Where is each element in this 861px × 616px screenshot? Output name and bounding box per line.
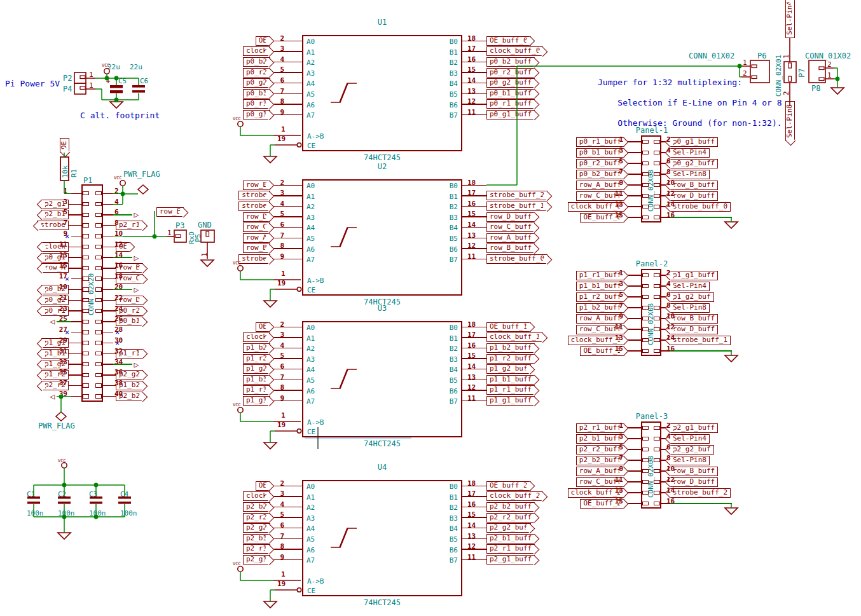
decoupling-cap[interactable]: C4 100n (120, 487, 151, 517)
net-label[interactable]: p0_b1 (243, 89, 270, 99)
net-label[interactable]: p2_r2 (243, 513, 270, 523)
net-label[interactable]: clock (243, 491, 270, 501)
net-label[interactable]: strobe_buff_2 (670, 488, 731, 498)
net-label[interactable]: row_B_buff (670, 314, 718, 324)
net-label[interactable]: p0_g1 (243, 110, 270, 120)
net-label[interactable]: p2_b1_buff (576, 434, 624, 444)
net-label[interactable]: OE_buff_1 (486, 322, 531, 332)
net-label[interactable]: strobe_buff_0 (486, 254, 548, 264)
net-label-sel-pin4[interactable]: Sel-Pin4 (785, 0, 795, 38)
net-label[interactable]: clock_buff_1 (486, 332, 543, 342)
net-label[interactable]: p1_r2_buff (576, 292, 624, 302)
net-label[interactable]: OE (256, 322, 270, 332)
panel-1-connector[interactable]: Panel-1 CONN_02X08 p0_r1_buff 1 p0_b1_bu… (568, 127, 736, 236)
net-label[interactable]: Sel-Pin8 (670, 456, 710, 465)
net-label[interactable]: row_D_buff (670, 325, 718, 334)
panel-3-body[interactable]: CONN_02X08 (641, 421, 661, 509)
panel-1-body[interactable]: CONN_02X08 (641, 135, 661, 222)
net-label[interactable]: row_B_buff (670, 181, 718, 190)
net-label[interactable]: p0_b2_buff (576, 170, 624, 179)
u2-body[interactable]: A0A1A2A3A4A5A6A7 B0B1B2B3B4B5B6B7 A->B C… (302, 179, 462, 296)
net-label[interactable]: p0_r1_buff (576, 137, 624, 147)
decoupling-cap[interactable]: C3 100n (89, 487, 120, 517)
net-label[interactable]: p1_g1_buff (670, 271, 718, 280)
net-label[interactable]: p1_g2_buf (486, 364, 531, 374)
net-label[interactable]: p2_b1_buff (486, 534, 535, 544)
net-label[interactable]: clock (243, 46, 270, 56)
net-label[interactable]: row_A_buff (576, 467, 624, 476)
net-label[interactable]: p2_b2_buff (486, 502, 535, 512)
net-label[interactable]: OE_buff_2 (486, 481, 531, 491)
net-label[interactable]: row_A (243, 233, 270, 243)
net-label[interactable]: OE (256, 481, 270, 491)
net-label[interactable]: p2_b1 (243, 534, 270, 544)
net-label[interactable]: p1_r2 (243, 354, 270, 364)
net-label[interactable]: p0_b1_buff (576, 148, 624, 158)
net-label[interactable]: strobe (238, 191, 270, 200)
net-label[interactable]: p2_g2_buf (670, 445, 714, 455)
net-label[interactable]: strobe_buff_2 (486, 191, 548, 200)
net-label[interactable]: p0_r2_buff (576, 159, 624, 168)
net-label[interactable]: Sel-Pin8 (670, 170, 710, 179)
net-label[interactable]: row_B (243, 243, 270, 253)
net-label[interactable]: row_A_buff (576, 314, 624, 324)
net-label[interactable]: p1_r2_buff (486, 354, 535, 364)
net-label[interactable]: strobe (238, 254, 270, 264)
net-label[interactable]: p2_r1 (243, 544, 270, 554)
net-label[interactable]: p0_g2_buff (670, 159, 718, 168)
net-label[interactable]: strobe_buff_1 (486, 202, 548, 211)
net-label[interactable]: row_A_buff (486, 233, 535, 243)
net-label[interactable]: p0_b1_buff (486, 89, 535, 99)
ic-u3[interactable]: U3 A0A1A2A3A4A5A6A7 B0B1B2B3B4B5B6B7 A->… (228, 321, 553, 469)
net-label[interactable]: p1_b2_buff (486, 343, 535, 353)
net-label[interactable]: strobe_buff_0 (670, 202, 731, 212)
net-label[interactable]: p2_g1 (243, 555, 270, 565)
net-label[interactable]: Sel-Pin4 (670, 282, 710, 291)
net-label[interactable]: p0_g2_buff (486, 78, 535, 88)
net-label[interactable]: p1_g2 (243, 364, 270, 374)
net-label-oe-pullup[interactable]: OE (60, 138, 69, 153)
net-label[interactable]: p1_b1 (243, 375, 270, 385)
net-label[interactable]: row_C_buff (486, 222, 535, 232)
net-label[interactable]: p1_r1_buff (486, 385, 535, 395)
net-label[interactable]: strobe (238, 202, 270, 211)
net-label[interactable]: p1_r1 (243, 385, 270, 395)
net-label[interactable]: p2_r1_buff (486, 544, 535, 554)
net-label[interactable]: OE_buff_0 (486, 36, 531, 46)
net-label[interactable]: row_A_buff (576, 181, 624, 190)
net-label[interactable]: p1_b2_buff (576, 303, 624, 313)
net-label[interactable]: p2_b2_buff (576, 456, 624, 465)
net-label-sel-pin8[interactable]: Sel-Pin8 (785, 101, 795, 141)
net-label[interactable]: p1_b1_buff (486, 375, 535, 385)
net-label[interactable]: row_D_buff (670, 477, 718, 487)
net-label[interactable]: p0_r1_buff (486, 99, 535, 109)
net-label[interactable]: p2_b2 (243, 502, 270, 512)
net-label[interactable]: p0_g1_buff (486, 110, 535, 120)
net-label[interactable]: p0_b2 (243, 57, 270, 67)
net-label[interactable]: p0_g2 (243, 78, 270, 88)
net-label[interactable]: row_B_buff (486, 243, 535, 253)
u1-body[interactable]: A0A1A2A3A4A5A6A7 B0B1B2B3B4B5B6B7 A->B C… (302, 35, 462, 151)
u4-body[interactable]: A0A1A2A3A4A5A6A7 B0B1B2B3B4B5B6B7 A->B C… (302, 480, 462, 596)
net-label[interactable]: p1_r1_buff (576, 271, 624, 280)
net-label[interactable]: p0_g1_buff (670, 137, 718, 147)
net-label[interactable]: p2_g2 (243, 523, 270, 533)
net-label[interactable]: p2_g2_buf (486, 523, 531, 533)
net-label[interactable]: p0_r2 (243, 68, 270, 78)
net-label[interactable]: p1_b2 (243, 343, 270, 353)
net-label[interactable]: p2_r2_buff (576, 445, 624, 455)
ic-u4[interactable]: U4 A0A1A2A3A4A5A6A7 B0B1B2B3B4B5B6B7 A->… (228, 480, 553, 616)
net-label[interactable]: p1_g1 (243, 396, 270, 406)
net-label[interactable]: Sel-Pin4 (670, 434, 710, 444)
panel-2-connector[interactable]: Panel-2 CONN_02X08 p1_r1_buff 1 p1_b1_bu… (568, 260, 736, 369)
net-label[interactable]: clock_buff_2 (486, 491, 543, 501)
panel-2-body[interactable]: CONN_02X08 (641, 269, 661, 356)
net-label[interactable]: row_B_buff (670, 467, 718, 476)
net-label[interactable]: row_D_buff (670, 191, 718, 201)
net-label[interactable]: row_E (243, 181, 270, 190)
net-label[interactable]: Sel-Pin8 (670, 303, 710, 313)
connector-p1[interactable]: P1 CONN_02X20 1 p2_g1 3 p2_b1 (25, 172, 172, 421)
net-label[interactable]: p1_g2_buf (670, 292, 714, 302)
net-label[interactable]: OE (256, 36, 270, 46)
net-label[interactable]: Sel-Pin4 (670, 148, 710, 158)
